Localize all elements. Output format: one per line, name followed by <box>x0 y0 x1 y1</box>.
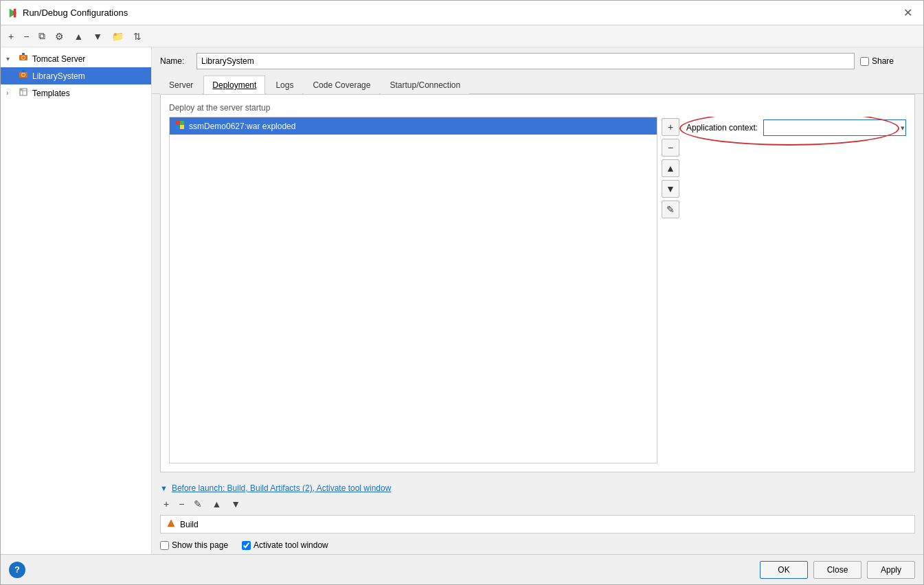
remove-config-button[interactable]: − <box>20 29 32 44</box>
sidebar-item-librarysystem[interactable]: LibrarySystem <box>1 67 151 84</box>
deploy-controls: + − ▲ ▼ ✎ <box>662 117 679 463</box>
remove-artifact-button[interactable]: − <box>662 139 679 157</box>
sidebar-librarysystem-label: LibrarySystem <box>32 71 85 81</box>
bl-item-name: Build <box>180 520 199 529</box>
tab-logs[interactable]: Logs <box>267 76 302 94</box>
show-page-row: Show this page <box>160 540 228 550</box>
svg-rect-11 <box>22 70 25 72</box>
deploy-label: Deploy at the server startup <box>169 103 906 113</box>
before-launch-text[interactable]: Before launch: Build, Build Artifacts (2… <box>172 483 392 493</box>
move-up-button[interactable]: ▲ <box>70 29 87 44</box>
before-launch-list: Build <box>160 515 915 534</box>
name-row: Name: Share <box>152 47 923 75</box>
artifact-icon <box>175 120 185 132</box>
title-bar-left: Run/Debug Configurations <box>8 8 128 19</box>
move-artifact-down-button[interactable]: ▼ <box>662 180 679 198</box>
move-artifact-up-button[interactable]: ▲ <box>662 159 679 177</box>
svg-point-12 <box>21 89 22 91</box>
title-bar: Run/Debug Configurations ✕ <box>1 1 923 25</box>
tab-server[interactable]: Server <box>160 76 202 94</box>
sidebar-templates-label: Templates <box>32 89 70 98</box>
folder-button[interactable]: 📁 <box>109 29 127 44</box>
move-down-button[interactable]: ▼ <box>89 29 106 44</box>
apply-button[interactable]: Apply <box>867 561 915 579</box>
sort-button[interactable]: ⇅ <box>130 29 145 44</box>
tab-startup[interactable]: Startup/Connection <box>381 76 469 94</box>
build-icon <box>166 518 176 530</box>
svg-rect-16 <box>180 125 184 129</box>
ok-button[interactable]: OK <box>760 561 808 579</box>
svg-rect-2 <box>14 9 16 17</box>
footer-buttons: OK Close Apply <box>760 561 915 579</box>
templates-arrow: › <box>6 89 14 97</box>
svg-rect-14 <box>180 121 184 125</box>
app-context-input[interactable] <box>763 119 906 136</box>
sidebar-tomcat-label: Tomcat Server <box>32 54 85 64</box>
toolbar: + − ⧉ ⚙ ▲ ▼ 📁 ⇅ <box>1 25 923 47</box>
activate-window-label: Activate tool window <box>253 540 328 550</box>
svg-rect-13 <box>176 121 180 125</box>
tomcat-icon <box>17 52 30 65</box>
activate-window-row: Activate tool window <box>242 540 328 550</box>
main-content: ▾ Tomcat Server <box>1 47 923 554</box>
tab-content-deployment: Deploy at the server startup <box>160 94 915 472</box>
artifact-list: ssmDemo0627:war exploded <box>169 117 657 463</box>
footer-left: ? <box>9 562 25 578</box>
tab-deployment[interactable]: Deployment <box>203 76 265 94</box>
add-config-button[interactable]: + <box>5 29 17 44</box>
sidebar: ▾ Tomcat Server <box>1 47 152 554</box>
share-area: Share <box>860 56 915 66</box>
activate-window-checkbox[interactable] <box>242 541 251 550</box>
artifact-name: ssmDemo0627:war exploded <box>189 122 295 131</box>
bl-edit-button[interactable]: ✎ <box>190 497 205 511</box>
deployment-area: Deploy at the server startup <box>161 95 914 472</box>
bl-add-button[interactable]: + <box>160 497 172 511</box>
name-label: Name: <box>160 56 191 66</box>
tabs: Server Deployment Logs Code Coverage Sta… <box>152 75 923 94</box>
bottom-options: Show this page Activate tool window <box>152 536 923 554</box>
title-text: Run/Debug Configurations <box>23 8 128 18</box>
settings-config-button[interactable]: ⚙ <box>52 29 67 44</box>
show-page-checkbox[interactable] <box>160 541 169 550</box>
app-context-dropdown-icon[interactable]: ▾ <box>901 124 905 133</box>
help-button[interactable]: ? <box>9 562 25 578</box>
tomcat-arrow: ▾ <box>6 55 14 62</box>
app-context-label: Application context: <box>686 123 758 133</box>
copy-config-button[interactable]: ⧉ <box>35 28 49 44</box>
bl-remove-button[interactable]: − <box>175 497 188 511</box>
librarysystem-icon <box>17 69 30 82</box>
before-launch-header: ▼ Before launch: Build, Build Artifacts … <box>160 483 915 493</box>
sidebar-item-templates[interactable]: › Templates <box>1 84 151 102</box>
share-label: Share <box>872 56 894 66</box>
svg-point-6 <box>22 56 25 59</box>
svg-rect-15 <box>176 125 180 129</box>
deploy-main: ssmDemo0627:war exploded + − ▲ ▼ ✎ <box>169 117 906 463</box>
add-artifact-button[interactable]: + <box>662 118 679 136</box>
app-context-row: Application context: ▾ <box>686 119 906 136</box>
svg-point-10 <box>22 73 25 76</box>
svg-marker-17 <box>168 520 174 527</box>
before-launch-section: ▼ Before launch: Build, Build Artifacts … <box>152 478 923 536</box>
right-panel: Name: Share Server Deployment Logs <box>152 47 923 554</box>
name-input[interactable] <box>196 53 855 69</box>
before-launch-arrow[interactable]: ▼ <box>160 484 168 492</box>
bl-item-build[interactable]: Build <box>161 516 914 533</box>
show-page-label: Show this page <box>172 540 228 550</box>
dialog-footer: ? OK Close Apply <box>1 554 923 584</box>
templates-icon <box>17 87 30 100</box>
edit-artifact-button[interactable]: ✎ <box>662 200 679 218</box>
app-context-area: Application context: ▾ <box>686 117 906 463</box>
tab-code-coverage[interactable]: Code Coverage <box>304 76 379 94</box>
before-launch-toolbar: + − ✎ ▲ ▼ <box>160 497 915 511</box>
close-dialog-button[interactable]: Close <box>813 561 861 579</box>
run-debug-dialog: Run/Debug Configurations ✕ + − ⧉ ⚙ ▲ ▼ 📁… <box>0 0 924 585</box>
svg-rect-7 <box>22 53 25 55</box>
artifact-item[interactable]: ssmDemo0627:war exploded <box>170 117 657 135</box>
sidebar-item-tomcat[interactable]: ▾ Tomcat Server <box>1 50 151 67</box>
share-checkbox[interactable] <box>860 57 869 66</box>
run-icon <box>8 8 19 19</box>
close-button[interactable]: ✕ <box>899 5 916 21</box>
bl-up-button[interactable]: ▲ <box>208 497 225 511</box>
bl-down-button[interactable]: ▼ <box>227 497 244 511</box>
